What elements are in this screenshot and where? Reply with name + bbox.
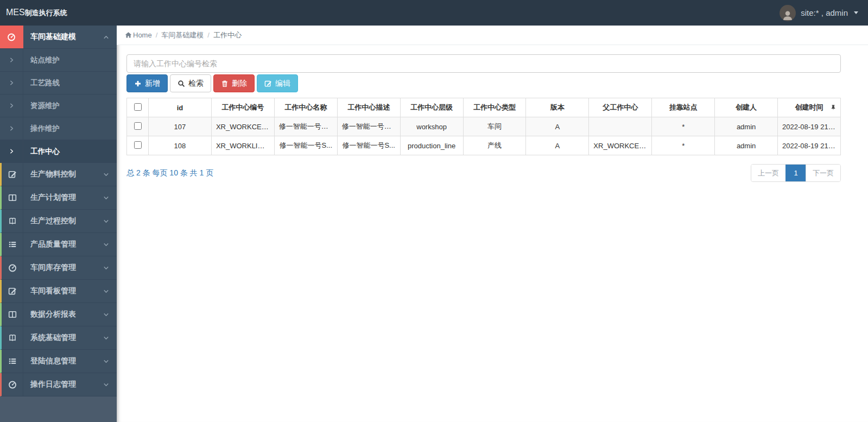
chevron-down-icon: [103, 195, 109, 201]
add-button[interactable]: 新增: [126, 74, 168, 92]
sidebar-group-label: 车间看板管理: [30, 286, 76, 296]
cell-name: 修一智能一号车间: [274, 117, 337, 136]
edit-icon: [2, 280, 23, 303]
edit-button[interactable]: 编辑: [257, 74, 298, 92]
cell-name: 修一智能一号S...: [274, 136, 337, 155]
select-all-checkbox[interactable]: [134, 103, 142, 111]
sidebar-group-label: 生产计划管理: [30, 193, 76, 203]
column-header-id: id: [149, 98, 212, 117]
column-header-created-time: 创建时间: [778, 98, 841, 117]
chevron-right-icon: [9, 80, 15, 86]
work-center-table: id 工作中心编号 工作中心名称 工作中心描述 工作中心层级 工作中心类型 版本…: [126, 98, 841, 155]
cell-station: *: [652, 136, 715, 155]
dashboard-icon: [0, 26, 23, 48]
person-icon: [782, 9, 794, 21]
breadcrumb-level1[interactable]: 车间基础建模: [161, 30, 204, 40]
sidebar-item-station-maintenance[interactable]: 站点维护: [0, 49, 117, 72]
caret-down-icon: [854, 11, 858, 14]
sidebar-item-operation-maintenance[interactable]: 操作维护: [0, 117, 117, 140]
sidebar-group-plan-management[interactable]: 生产计划管理: [0, 186, 117, 210]
pushpin-icon[interactable]: [830, 104, 837, 111]
cell-code: XR_WORKCEN...: [211, 117, 274, 136]
user-menu[interactable]: site:* , admin: [780, 5, 858, 21]
breadcrumb-home[interactable]: Home: [125, 31, 152, 39]
pagination-bar: 总 2 条 每页 10 条 共 1 页 上一页 1 下一页: [126, 164, 841, 182]
breadcrumb: Home / 车间基础建模 / 工作中心: [117, 26, 868, 45]
sidebar-group-operation-log-management[interactable]: 操作日志管理: [0, 373, 117, 396]
sidebar-item-resource-maintenance[interactable]: 资源维护: [0, 95, 117, 117]
sidebar-item-label: 站点维护: [30, 55, 60, 65]
sidebar-item-label: 工作中心: [30, 147, 60, 156]
cell-creator: admin: [715, 136, 778, 155]
sidebar-group-label: 生产物料控制: [30, 169, 76, 179]
trash-icon: [221, 80, 229, 87]
chevron-down-icon: [103, 335, 109, 341]
column-header-creator: 创建人: [715, 98, 778, 117]
sidebar-group-login-info-management[interactable]: 登陆信息管理: [0, 350, 117, 373]
cell-version: A: [526, 136, 589, 155]
table-row[interactable]: 107 XR_WORKCEN... 修一智能一号车间 修一智能一号车间 work…: [127, 117, 841, 136]
main-content: Home / 车间基础建模 / 工作中心 新增 检索 删除: [117, 26, 868, 422]
sidebar-group-label: 产品质量管理: [30, 240, 76, 249]
chevron-right-icon: [9, 125, 15, 131]
chevron-down-icon: [103, 358, 109, 364]
sidebar-group-label: 生产过程控制: [30, 216, 76, 226]
sidebar-group-system-basic-management[interactable]: 系统基础管理: [0, 326, 117, 350]
sidebar-group-workshop-modeling[interactable]: 车间基础建模: [0, 26, 117, 49]
cell-description: 修一智能一号车间: [337, 117, 400, 136]
chevron-down-icon: [103, 218, 109, 224]
sidebar-group-material-control[interactable]: 生产物料控制: [0, 163, 117, 186]
user-label: site:* , admin: [801, 8, 848, 17]
app-logo-mes: MES: [6, 8, 25, 17]
sidebar-group-label: 数据分析报表: [30, 310, 76, 319]
app-logo: MES制造执行系统: [6, 8, 67, 18]
avatar: [780, 5, 796, 21]
sidebar: 车间基础建模 站点维护 工艺路线 资源维护 操作维护 工作中心 生产物料控制: [0, 26, 117, 422]
sidebar-group-process-control[interactable]: 生产过程控制: [0, 210, 117, 233]
row-checkbox[interactable]: [134, 122, 142, 130]
search-input[interactable]: [126, 54, 841, 73]
column-header-code: 工作中心编号: [211, 98, 274, 117]
sidebar-item-label: 操作维护: [30, 124, 60, 134]
cell-parent: XR_WORKCEN...: [589, 136, 652, 155]
edit-icon: [2, 163, 23, 186]
sidebar-group-data-analysis-report[interactable]: 数据分析报表: [0, 303, 117, 326]
search-button[interactable]: 检索: [170, 74, 211, 92]
breadcrumb-separator: /: [207, 31, 210, 39]
sidebar-group-label: 登陆信息管理: [30, 356, 76, 366]
sidebar-item-label: 资源维护: [30, 101, 60, 111]
home-icon: [125, 32, 132, 39]
chevron-right-icon: [9, 148, 15, 154]
prev-page-button[interactable]: 上一页: [751, 165, 785, 181]
chevron-down-icon: [103, 265, 109, 271]
sidebar-group-board-management[interactable]: 车间看板管理: [0, 280, 117, 303]
sidebar-group-label: 操作日志管理: [30, 380, 76, 389]
next-page-button[interactable]: 下一页: [806, 165, 840, 181]
dashboard-icon: [2, 256, 23, 279]
column-header-name: 工作中心名称: [274, 98, 337, 117]
chevron-down-icon: [103, 172, 109, 178]
sidebar-item-process-route[interactable]: 工艺路线: [0, 72, 117, 95]
columns-icon: [2, 303, 23, 326]
column-header-version: 版本: [526, 98, 589, 117]
delete-button[interactable]: 删除: [213, 74, 255, 92]
book-icon: [2, 326, 23, 349]
row-checkbox[interactable]: [134, 141, 142, 149]
sidebar-item-label: 工艺路线: [30, 78, 60, 88]
cell-created-time: 2022-08-19 21:1...: [778, 136, 841, 155]
sidebar-group-inventory-management[interactable]: 车间库存管理: [0, 256, 117, 280]
search-icon: [178, 80, 185, 87]
sidebar-item-work-center[interactable]: 工作中心: [0, 140, 117, 163]
sidebar-group-label: 车间库存管理: [30, 263, 76, 273]
cell-description: 修一智能一号S...: [337, 136, 400, 155]
column-header-level: 工作中心层级: [400, 98, 463, 117]
cell-type: 产线: [463, 136, 526, 155]
table-header-row: id 工作中心编号 工作中心名称 工作中心描述 工作中心层级 工作中心类型 版本…: [127, 98, 841, 117]
edit-icon: [264, 80, 272, 87]
plus-icon: [134, 80, 142, 87]
cell-id: 107: [149, 117, 212, 136]
page-1-button[interactable]: 1: [785, 165, 806, 181]
cell-created-time: 2022-08-19 21:1...: [778, 117, 841, 136]
sidebar-group-quality-management[interactable]: 产品质量管理: [0, 233, 117, 256]
table-row[interactable]: 108 XR_WORKLINE... 修一智能一号S... 修一智能一号S...…: [127, 136, 841, 155]
